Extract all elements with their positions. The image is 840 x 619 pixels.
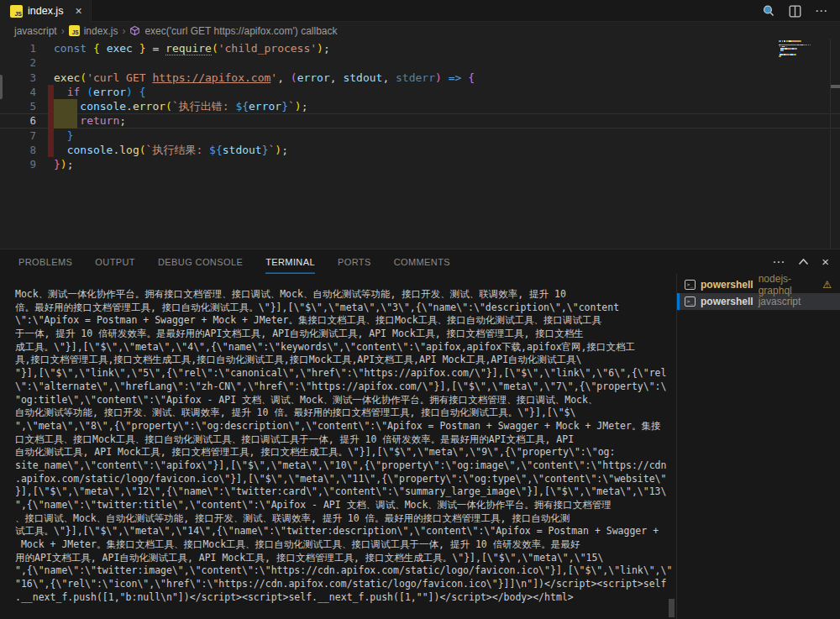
search-icon[interactable] [762,4,775,18]
tab-ports[interactable]: PORTS [338,249,371,274]
javascript-file-icon: JS [10,5,23,18]
terminal-list: >_ powershell nodejs-graphql ⚠ >_ powers… [676,274,840,619]
terminal-output-line: "og:title\",\"content\":\"Apifox - API 文… [15,394,676,407]
code-lines: 1const { exec } = require('child_process… [0,41,840,172]
code-line-3[interactable]: 3exec('curl GET https://apifox.com', (er… [0,71,840,85]
line-number[interactable]: 6 [0,113,36,128]
gutter-decoration [36,157,54,171]
terminal-output-line: ",\"meta\",\"8\",{\"property\":\"og:desc… [15,420,676,433]
terminal-output-line: .apifox.com/static/logo/favicon.ico\"}],… [15,473,676,486]
bottom-panel: PROBLEMS OUTPUT DEBUG CONSOLE TERMINAL P… [0,249,840,619]
tab-terminal[interactable]: TERMINAL [265,249,315,274]
terminal-output-line: Mock + JMeter。集接口文档工具、接口Mock工具、接口自动化测试工具… [15,538,676,552]
terminal-output-line: \":\"alternate\",\"hrefLang\":\"zh-CN\",… [15,380,676,394]
tab-comments[interactable]: COMMENTS [394,249,450,274]
breadcrumb-file[interactable]: index.js [84,25,118,37]
shell-label: nodejs-graphql [759,273,818,296]
vscode-window: JS index.js × ⋯ javascript › JS i [0,0,840,619]
javascript-file-icon: JS [69,25,80,36]
line-number[interactable]: 7 [0,129,36,143]
more-actions-icon[interactable]: ⋯ [815,3,828,18]
line-number[interactable]: 5 [0,99,36,113]
terminal-output-line: 成工具。\"}],[\"$\",\"meta\",\"4\",{\"name\"… [15,341,676,354]
split-editor-icon[interactable] [789,5,801,18]
terminal-output-line: 自动化测试等功能, 接口开发、测试、联调效率, 提升 10 倍。最好用的接口文档… [15,407,676,420]
code-line-1[interactable]: 1const { exec } = require('child_process… [0,41,840,55]
code-text: const { exec } = require('child_process'… [54,41,840,55]
gutter-decoration [36,71,54,85]
tab-output[interactable]: OUTPUT [95,249,135,274]
code-line-5[interactable]: 5 console.error(`执行出错: ${error}`); [0,99,840,113]
terminal-output-line: }],[\"$\",\"meta\",\"12\",{\"name\":\"tw… [15,485,676,499]
terminal-output-line: 于一体, 提升 10 倍研发效率。是最好用的API文档工具, API自动化测试工… [15,328,676,341]
shell-name: powershell [701,296,753,307]
gutter-decoration [36,41,54,55]
minimap[interactable] [779,40,825,58]
code-text: if (error) { [54,85,840,99]
shell-label: javascript [759,296,801,307]
terminal-output-line: 用的API文档工具, API自动化测试工具, API Mock工具, 接口文档管… [15,552,676,565]
line-number[interactable]: 1 [0,41,36,55]
chevron-right-icon: › [122,25,125,37]
terminal-output-line: ",{\"name\":\"twitter:title\",\"content\… [15,499,676,512]
code-text: exec('curl GET https://apifox.com', (err… [54,71,840,85]
code-text: }); [54,157,840,171]
code-line-7[interactable]: 7 } [0,129,840,143]
panel-tab-bar: PROBLEMS OUTPUT DEBUG CONSOLE TERMINAL P… [18,249,450,274]
line-number[interactable]: 2 [0,55,36,70]
panel-more-icon[interactable]: ⋯ [772,254,785,270]
terminal-output-line: Mock、测试一体化协作平台。拥有接口文档管理、接口调试、Mock、自动化测试等… [15,288,676,302]
code-text: console.log(`执行结果: ${stdout}`); [54,143,840,157]
code-line-2[interactable]: 2 [0,55,840,70]
gutter-decoration [36,113,54,128]
line-number[interactable]: 8 [0,143,36,157]
code-text [54,55,840,70]
overview-ruler[interactable] [830,39,840,249]
chevron-right-icon: › [61,25,65,37]
breadcrumb-folder[interactable]: javascript [14,25,57,37]
terminal-output-line: 倍。最好用的接口文档管理工具, 接口自动化测试工具。\"}],[\"$\",\"… [15,302,676,315]
code-text: console.error(`执行出错: ${error}`); [54,99,840,113]
line-number[interactable]: 9 [0,157,36,171]
terminal-output-line: ",{\"name\":\"twitter:image\",\"content\… [15,564,676,578]
code-editor[interactable]: 1const { exec } = require('child_process… [0,39,840,249]
gutter-decoration [36,85,54,99]
close-panel-icon[interactable]: × [822,254,829,269]
gutter-decoration [36,55,54,70]
line-number[interactable]: 4 [0,85,36,99]
terminal-output-line: site_name\",\"content\":\"apifox\"}],[\"… [15,459,676,473]
terminal-output-line: 、接口调试、Mock、自动化测试等功能, 接口开发、测试、联调效率, 提升 10… [15,512,676,526]
terminal-output-line: 自动化测试工具, API Mock工具, 接口文档管理工具, 接口文档生成工具。… [15,446,676,459]
code-line-8[interactable]: 8 console.log(`执行结果: ${stdout}`); [0,143,840,157]
terminal-output-line: "}],[\"$\",\"link\",\"5\",{\"rel\":\"can… [15,367,676,380]
terminal-output-line: "16\",{\"rel\":\"icon\",\"href\":\"https… [15,578,676,591]
terminal-item-nodejs-graphql[interactable]: >_ powershell nodejs-graphql ⚠ [677,276,840,293]
ruler-cursor-mark [831,85,840,88]
terminal-view[interactable]: Mock、测试一体化协作平台。拥有接口文档管理、接口调试、Mock、自动化测试等… [0,274,676,619]
code-line-6[interactable]: 6 return; [0,113,840,128]
code-line-9[interactable]: 9}); [0,157,840,171]
breadcrumb: javascript › JS index.js › exec('curl GE… [0,23,840,39]
tab-index-js[interactable]: JS index.js × [0,0,92,22]
close-tab-icon[interactable]: × [75,5,81,17]
maximize-panel-icon[interactable] [798,258,809,265]
line-number[interactable]: 3 [0,71,36,85]
code-line-4[interactable]: 4 if (error) { [0,85,840,99]
editor-tab-bar: JS index.js × ⋯ [0,0,840,22]
editor-left-scrollbar[interactable] [0,75,3,99]
terminal-output-line: .__next_f.push([1,"b:null\n"])</script><… [15,591,676,605]
gutter-decoration [36,129,54,143]
warning-icon: ⚠ [822,279,832,291]
terminal-icon: >_ [685,296,696,307]
terminal-prompt-line[interactable]: PS D:\\node]\javascript> [15,605,676,618]
tab-problems[interactable]: PROBLEMS [18,249,72,274]
tab-debug-console[interactable]: DEBUG CONSOLE [158,249,243,274]
breadcrumb-symbol[interactable]: exec('curl GET https://apifox.com') call… [144,25,337,37]
terminal-output: Mock、测试一体化协作平台。拥有接口文档管理、接口调试、Mock、自动化测试等… [15,288,676,605]
terminal-output-line: 试工具。\"}],[\"$\",\"meta\",\"14\",{\"name\… [15,525,676,538]
terminal-scrollbar-thumb[interactable] [669,599,675,617]
terminal-output-line: \":\"Apifox = Postman + Swagger + Mock +… [15,314,676,328]
terminal-icon: >_ [685,280,696,290]
code-text: return; [54,113,840,128]
terminal-output-line: 口文档工具、接口Mock工具、接口自动化测试工具、接口调试工具于一体, 提升 1… [15,433,676,447]
